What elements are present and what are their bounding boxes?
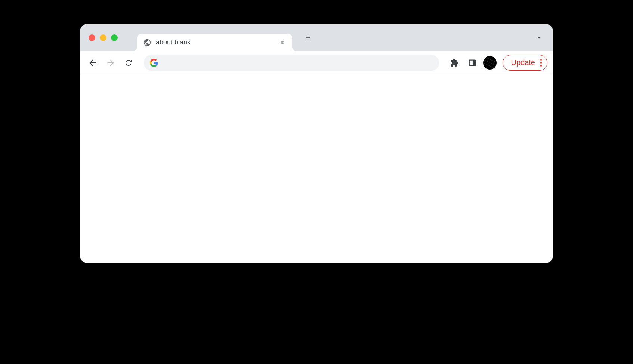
chevron-down-icon	[535, 34, 543, 41]
profile-avatar[interactable]	[483, 56, 497, 70]
update-button[interactable]: Update	[503, 55, 548, 71]
sidepanel-button[interactable]	[465, 56, 479, 70]
minimize-window-button[interactable]	[100, 34, 106, 41]
back-button[interactable]	[86, 56, 100, 70]
reload-icon	[124, 58, 133, 67]
tabs-dropdown-button[interactable]	[532, 31, 546, 44]
plus-icon	[304, 34, 312, 41]
new-tab-button[interactable]	[301, 31, 315, 44]
page-content	[80, 74, 553, 263]
arrow-left-icon	[88, 58, 98, 68]
tab-title: about:blank	[156, 38, 278, 46]
puzzle-icon	[450, 58, 459, 67]
reload-button[interactable]	[121, 56, 136, 70]
close-icon	[279, 40, 285, 46]
window-controls	[89, 34, 118, 41]
address-bar[interactable]	[144, 55, 439, 71]
close-tab-button[interactable]	[278, 38, 286, 47]
address-input[interactable]	[163, 59, 433, 67]
google-icon	[150, 59, 158, 67]
close-window-button[interactable]	[89, 34, 95, 41]
tab-bar: about:blank	[80, 24, 553, 51]
extensions-button[interactable]	[447, 56, 461, 70]
browser-window: about:blank	[80, 24, 553, 263]
globe-icon	[143, 38, 151, 47]
maximize-window-button[interactable]	[111, 34, 118, 41]
svg-rect-1	[472, 60, 475, 65]
forward-button[interactable]	[104, 56, 118, 70]
browser-tab[interactable]: about:blank	[137, 34, 292, 51]
more-menu-icon	[540, 59, 542, 67]
toolbar: Update	[80, 51, 553, 74]
arrow-right-icon	[106, 58, 115, 68]
update-label: Update	[511, 58, 535, 67]
panel-icon	[468, 59, 476, 67]
